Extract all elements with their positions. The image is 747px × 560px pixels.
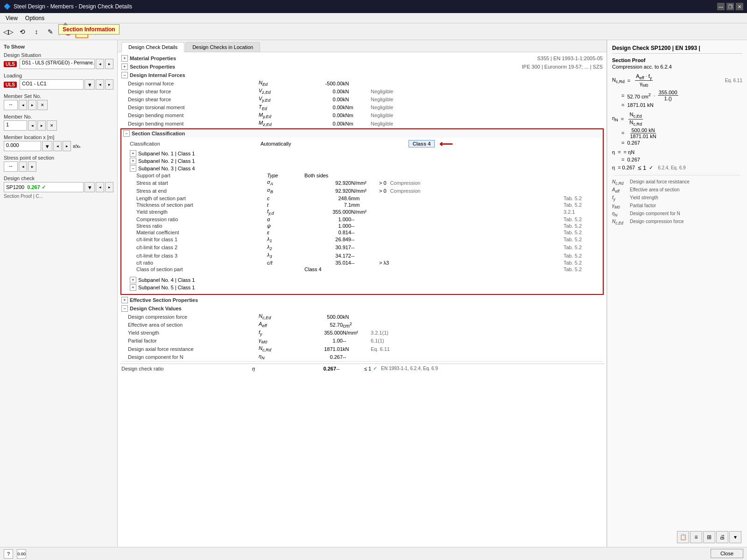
right-btn-list[interactable]: ≡ xyxy=(690,531,702,543)
design-check-next[interactable]: ▸ xyxy=(105,182,113,192)
tab-design-checks-location[interactable]: Design Checks in Location xyxy=(185,42,260,52)
length-label: Length of section part xyxy=(136,196,267,201)
location-dropdown[interactable]: ▾ xyxy=(42,141,52,151)
subpanel4-expand-icon[interactable]: + xyxy=(130,277,136,283)
legend-fy-desc: Yield strength xyxy=(630,195,658,200)
member-set-extra[interactable]: ✕ xyxy=(37,100,48,110)
class-part-ref: Tab. 5.2 xyxy=(564,266,601,272)
minimize-button[interactable]: — xyxy=(717,3,725,10)
loading-next[interactable]: ▸ xyxy=(105,79,113,90)
effective-expand-icon[interactable]: + xyxy=(121,297,128,303)
subpanel2-expand-icon[interactable]: + xyxy=(130,158,136,164)
member-set-prev[interactable]: ◂ xyxy=(19,100,27,110)
ct-limit2-label: c/t-limit for class 2 xyxy=(136,245,267,250)
toolbar-btn-4[interactable]: ✎ xyxy=(44,25,57,38)
ncrd-frac-den: γM0 xyxy=(639,81,649,88)
help-icon[interactable]: ? xyxy=(4,549,13,559)
dcv-expand-icon[interactable]: − xyxy=(121,305,128,312)
loading-prev[interactable]: ◂ xyxy=(96,79,104,90)
subpanel2-row[interactable]: + Subpanel No. 2 | Class 1 xyxy=(128,157,603,165)
right-btn-table[interactable]: ⊞ xyxy=(703,531,715,543)
compression-ref: Tab. 5.2 xyxy=(564,217,601,222)
right-btn-print[interactable]: 🖨 xyxy=(716,531,728,543)
design-forces-header[interactable]: − Design Internal Forces xyxy=(120,71,605,79)
material-properties-row[interactable]: + Material Properties S355 | EN 1993-1-1… xyxy=(120,54,605,63)
vzed-label: Design shear force xyxy=(128,89,259,94)
section-classification-header[interactable]: − Section Classification xyxy=(121,129,603,138)
length-ref: Tab. 5.2 xyxy=(564,196,601,201)
nc-rd-frac: Nc,Rd xyxy=(628,119,643,126)
stress-point-input[interactable]: -- xyxy=(4,161,18,172)
restore-button[interactable]: ❐ xyxy=(726,3,734,10)
app-icon: 🔷 xyxy=(4,3,11,10)
member-set-next[interactable]: ▸ xyxy=(28,100,36,110)
member-no-extra[interactable]: ✕ xyxy=(47,120,57,131)
loading-combo[interactable]: CO1 - LC1 xyxy=(20,79,84,90)
section-expand-icon[interactable]: + xyxy=(121,63,128,70)
subpanel1-row[interactable]: + Subpanel No. 1 | Class 1 xyxy=(128,150,603,157)
effective-section-row[interactable]: + Effective Section Properties xyxy=(120,296,605,304)
right-btn-dropdown[interactable]: ▾ xyxy=(729,531,741,543)
ncrd-value: 1871.01 xyxy=(296,346,343,352)
subpanel5-expand-icon[interactable]: + xyxy=(130,284,136,291)
yield-strength-row: Yield strength fy,d 355.000 N/mm² 3.2.1 xyxy=(134,208,603,216)
design-situation-next[interactable]: ▸ xyxy=(105,59,113,69)
tab-design-check-details[interactable]: Design Check Details xyxy=(121,42,184,52)
ratio-label: Design check ratio xyxy=(121,366,252,371)
subpanel4-label: Subpanel No. 4 | Class 1 xyxy=(138,277,195,283)
material-properties-label: Material Properties xyxy=(130,56,176,61)
coord-icon[interactable]: 0.00 xyxy=(17,549,26,559)
menu-view[interactable]: View xyxy=(2,14,21,22)
forces-expand-icon[interactable]: − xyxy=(121,72,128,78)
member-no-input[interactable]: 1 xyxy=(4,120,27,131)
member-no-prev[interactable]: ◂ xyxy=(28,120,36,131)
loading-dropdown[interactable]: ▾ xyxy=(85,79,95,90)
subpanel3-expand-icon[interactable]: − xyxy=(130,165,136,172)
menu-options[interactable]: Options xyxy=(21,14,48,22)
location-next[interactable]: ▸ xyxy=(63,141,71,151)
legend-gamma-sym: γM0 xyxy=(612,203,626,210)
ct-limit3-row: c/t-limit for class 3 λ3 34.172 -- Tab. … xyxy=(134,252,603,259)
toolbar-btn-2[interactable]: ⟲ xyxy=(16,25,29,38)
member-set-group: Member Set No. -- ◂ ▸ ✕ xyxy=(4,93,113,110)
stress-next[interactable]: ▸ xyxy=(28,161,36,172)
design-check-combo[interactable]: SP1200 0.267 ✓ xyxy=(4,182,84,192)
fy-unit: N/mm² xyxy=(343,330,371,336)
ct-limit1-unit: -- xyxy=(351,237,379,242)
close-window-button[interactable]: ✕ xyxy=(736,3,743,10)
vzed-unit: kN xyxy=(343,89,371,94)
close-button[interactable]: Close xyxy=(711,549,743,558)
design-check-values-header[interactable]: − Design Check Values xyxy=(120,304,605,313)
tooltip-arrow xyxy=(63,22,68,25)
right-btn-copy[interactable]: 📋 xyxy=(677,531,689,543)
design-check-prev[interactable]: ◂ xyxy=(96,182,104,192)
window-controls[interactable]: — ❐ ✕ xyxy=(717,3,743,10)
subpanel4-row[interactable]: + Subpanel No. 4 | Class 1 xyxy=(128,276,603,284)
design-situation-combo[interactable]: DS1 - ULS (STR/GEO) - Permane... xyxy=(20,59,95,69)
subpanel5-row[interactable]: + Subpanel No. 5 | Class 1 xyxy=(128,284,603,291)
material-expand-icon[interactable]: + xyxy=(121,55,128,62)
spacer2 xyxy=(121,273,603,276)
member-no-next[interactable]: ▸ xyxy=(37,120,46,131)
toolbar-btn-3[interactable]: ↕ xyxy=(30,25,43,38)
dcv-row-etan: Design component for N ηN 0.267 -- xyxy=(126,353,605,361)
yield-label: Yield strength xyxy=(136,209,267,215)
member-set-input[interactable]: -- xyxy=(4,100,18,110)
left-panel: To Show Design Situation ULS DS1 - ULS (… xyxy=(0,40,118,560)
design-check-dropdown[interactable]: ▾ xyxy=(85,182,95,192)
stress-prev[interactable]: ◂ xyxy=(19,161,27,172)
subpanel3-row[interactable]: − Subpanel No. 3 | Class 4 xyxy=(128,165,603,172)
legend-gamma: γM0 Partial factor xyxy=(612,203,742,210)
classification-expand-icon[interactable]: − xyxy=(123,130,130,137)
member-location-input[interactable]: 0.000 xyxy=(4,141,41,151)
location-prev[interactable]: ◂ xyxy=(53,141,62,151)
section-properties-row[interactable]: + Section Properties IPE 300 | Euronorm … xyxy=(120,63,605,71)
design-situation-prev[interactable]: ◂ xyxy=(96,59,104,69)
subpanel1-expand-icon[interactable]: + xyxy=(130,150,136,157)
ratio-check: ✓ xyxy=(373,365,377,371)
force-row-vzed: Design shear force Vz,Ed 0.00 kN Negligi… xyxy=(126,87,605,95)
material-coeff-value: 0.814 xyxy=(304,230,351,235)
force-row-ned: Design normal force NEd -500.00 kN xyxy=(126,79,605,87)
toolbar-btn-1[interactable]: ◁▷ xyxy=(2,25,15,38)
loading-group: Loading ULS CO1 - LC1 ▾ ◂ ▸ xyxy=(4,73,113,90)
